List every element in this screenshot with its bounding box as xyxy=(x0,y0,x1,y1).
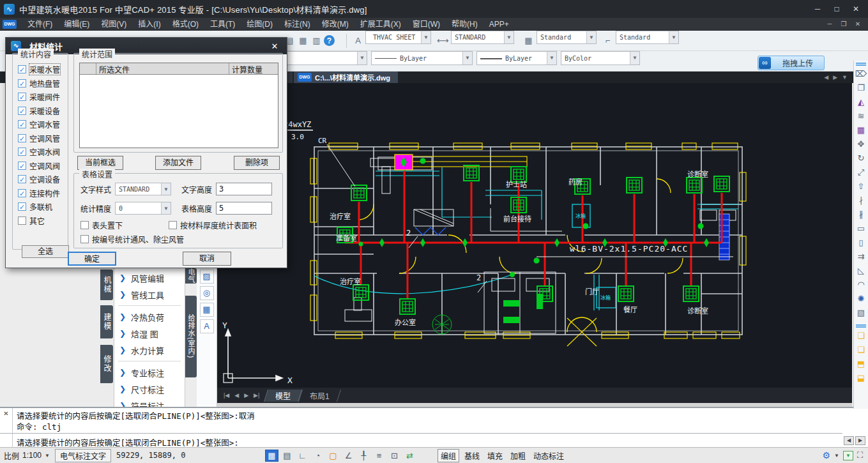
maximize-button[interactable]: □ xyxy=(828,3,845,15)
chevron-down-icon[interactable]: ▼ xyxy=(504,31,514,43)
chevron-down-icon[interactable]: ▼ xyxy=(161,183,171,195)
document-tab-active[interactable]: DWG C:\...\材料清单演示.dwg xyxy=(294,72,398,83)
mleader-style-combo[interactable]: Standard ▼ xyxy=(616,31,679,44)
tab-model[interactable]: 模型 xyxy=(264,390,302,402)
content-item-地热盘管[interactable]: ✓地热盘管 xyxy=(18,77,60,91)
menu-item[interactable]: 修改(M) xyxy=(316,18,354,31)
scale-control[interactable]: 比例 1:100 ▼ xyxy=(0,450,55,461)
toolbar-grip[interactable] xyxy=(856,324,866,328)
toggle-动态标注[interactable]: 动态标注 xyxy=(531,450,567,462)
add-file-button[interactable]: 添加文件 xyxy=(155,156,201,170)
join-icon[interactable]: ▭ xyxy=(855,223,867,235)
drag-upload-button[interactable]: ∞ 拖拽上传 xyxy=(758,56,825,70)
side-tab-机械[interactable]: 机械 xyxy=(100,269,113,300)
draworder-front-icon[interactable]: ❑ xyxy=(855,330,867,342)
mdi-close-button[interactable]: ✕ xyxy=(851,19,864,29)
command-prompt[interactable]: 请选择要统计的内容后按确定[选取闭合PLINE(P)]<整张图>: xyxy=(17,436,842,447)
header-bottom-checkbox[interactable]: 表头置下 xyxy=(80,220,123,231)
chevron-down-icon[interactable]: ▼ xyxy=(630,52,639,65)
table-icon[interactable]: ▦ xyxy=(200,303,214,317)
text-style-icon[interactable]: A xyxy=(352,34,364,47)
break-at-point-icon[interactable]: ∤ xyxy=(855,195,867,207)
dim-style-icon[interactable]: ⟷ xyxy=(436,34,448,47)
menu-item[interactable]: 窗口(W) xyxy=(407,18,446,31)
content-item-空调水阀[interactable]: ✓空调水阀 xyxy=(18,145,60,159)
palette-item-尺寸标注[interactable]: ❯尺寸标注 xyxy=(114,381,185,397)
otrack-icon[interactable]: ∠ xyxy=(342,450,355,462)
content-item-空调风阀[interactable]: ✓空调风阀 xyxy=(18,159,60,173)
cancel-button[interactable]: 取消 xyxy=(183,252,231,266)
content-item-采暖设备[interactable]: ✓采暖设备 xyxy=(18,104,60,118)
menu-item[interactable]: 插入(I) xyxy=(132,18,166,31)
layout-last-icon[interactable]: ▶| xyxy=(254,392,259,398)
lineweight-combo[interactable]: ByLayer ▼ xyxy=(476,51,557,65)
polar-icon[interactable]: ◔ xyxy=(311,450,324,462)
extend-icon[interactable]: ⇉ xyxy=(855,251,867,263)
content-item-空调风管[interactable]: ✓空调风管 xyxy=(18,132,60,146)
menu-item[interactable]: 文件(F) xyxy=(22,18,58,31)
chevron-down-icon[interactable]: ▼ xyxy=(462,52,472,65)
dyn-input-icon[interactable]: ╀ xyxy=(357,450,370,462)
chevron-down-icon[interactable]: ▼ xyxy=(421,31,430,43)
text-style-select[interactable]: STANDARD ▼ xyxy=(115,183,171,195)
array-icon[interactable]: ▦ xyxy=(855,125,867,137)
draworder-below-icon[interactable]: ⬓ xyxy=(855,372,867,384)
copy-icon[interactable]: ❐ xyxy=(855,82,867,95)
help-icon[interactable]: ? xyxy=(324,35,335,46)
delete-item-button[interactable]: 删除项 xyxy=(234,156,280,170)
wipeout-icon[interactable]: ▧ xyxy=(855,307,867,319)
chevron-down-icon[interactable]: ▼ xyxy=(586,31,596,43)
toggle-编组[interactable]: 编组 xyxy=(438,449,459,462)
tab-layout1[interactable]: 布局1 xyxy=(298,390,341,402)
table-style-icon[interactable]: ▦ xyxy=(522,34,535,47)
text-height-input[interactable] xyxy=(216,183,272,195)
file-list-table[interactable]: 所选文件 计算数量 xyxy=(79,63,278,148)
table-export-icon[interactable]: ▥ xyxy=(310,34,323,47)
break-icon[interactable]: ∦ xyxy=(855,209,867,221)
table-height-input[interactable] xyxy=(216,202,272,215)
lineweight-icon[interactable]: ≡ xyxy=(372,450,386,462)
chevron-down-icon[interactable]: ▼ xyxy=(547,52,556,65)
thickness-area-checkbox[interactable]: 按材料厚度统计表面积 xyxy=(169,220,257,231)
scale-icon[interactable]: ⤢ xyxy=(855,167,867,179)
ok-button[interactable]: 确定 xyxy=(68,252,116,266)
by-number-checkbox[interactable]: 按编号统计通风、除尘风管 xyxy=(80,234,184,245)
current-selection-button[interactable]: 当前框选 xyxy=(77,156,123,170)
fillet-icon[interactable]: ◠ xyxy=(855,279,867,291)
ortho-icon[interactable]: ∟ xyxy=(296,450,309,462)
snap-icon[interactable]: ▤ xyxy=(280,450,294,462)
grid-icon[interactable]: ▦ xyxy=(265,450,278,462)
palette-item-水力计算[interactable]: ❯水力计算 xyxy=(114,342,185,358)
table-style-combo[interactable]: Standard ▼ xyxy=(537,31,597,44)
palette-item-焓湿 图[interactable]: ❯焓湿 图 xyxy=(114,325,185,342)
electrical-text-style-button[interactable]: 电气标注文字 xyxy=(55,449,111,462)
rectangle-icon[interactable]: ▯ xyxy=(855,237,867,249)
palette-item-风管编辑[interactable]: ❯风管编辑 xyxy=(114,269,185,286)
content-item-多联机[interactable]: ✓多联机 xyxy=(18,200,60,214)
chevron-down-icon[interactable]: ▼ xyxy=(834,453,839,459)
drawing-canvas[interactable]: 24wxYZ3.0CR治疗室准备室治疗室办公室护士站药房前台接待冰箱门厅冰箱餐厅… xyxy=(217,83,852,388)
minimize-button[interactable]: ─ xyxy=(809,3,826,15)
mdi-minimize-button[interactable]: ─ xyxy=(823,19,836,29)
menu-item[interactable]: 工具(T) xyxy=(204,18,241,31)
menu-item[interactable]: APP+ xyxy=(483,18,515,31)
tab-scroll-left-icon[interactable]: ◀ xyxy=(824,74,828,80)
layout-prev-icon[interactable]: ◀ xyxy=(234,392,239,398)
content-item-空调设备[interactable]: ✓空调设备 xyxy=(18,172,60,186)
osnap-icon[interactable]: ▢ xyxy=(326,450,340,462)
menu-item[interactable]: 格式(O) xyxy=(167,18,204,31)
command-close-icon[interactable]: ✕ xyxy=(0,408,12,417)
layout-first-icon[interactable]: |◀ xyxy=(224,392,229,398)
offset-icon[interactable]: ≋ xyxy=(855,110,867,123)
palette-item-冷热负荷[interactable]: ❯冷热负荷 xyxy=(114,308,185,325)
toggle-基线[interactable]: 基线 xyxy=(462,450,482,462)
dialog-close-icon[interactable]: ✕ xyxy=(268,42,282,51)
ucs-icon[interactable]: ⊡ xyxy=(388,450,401,462)
content-item-其它[interactable]: 其它 xyxy=(18,214,60,228)
stretch-icon[interactable]: ⇧ xyxy=(855,181,867,193)
command-line-panel[interactable]: ✕ 请选择要统计的内容后按确定[选取闭合PLINE(P)]<整张图>:取消 命令… xyxy=(0,407,868,447)
select-all-button[interactable]: 全选 xyxy=(22,245,69,258)
scroll-right-icon[interactable]: ▶ xyxy=(855,436,865,445)
content-item-连接构件[interactable]: ✓连接构件 xyxy=(18,186,60,201)
mdi-restore-button[interactable]: ❐ xyxy=(837,19,850,29)
